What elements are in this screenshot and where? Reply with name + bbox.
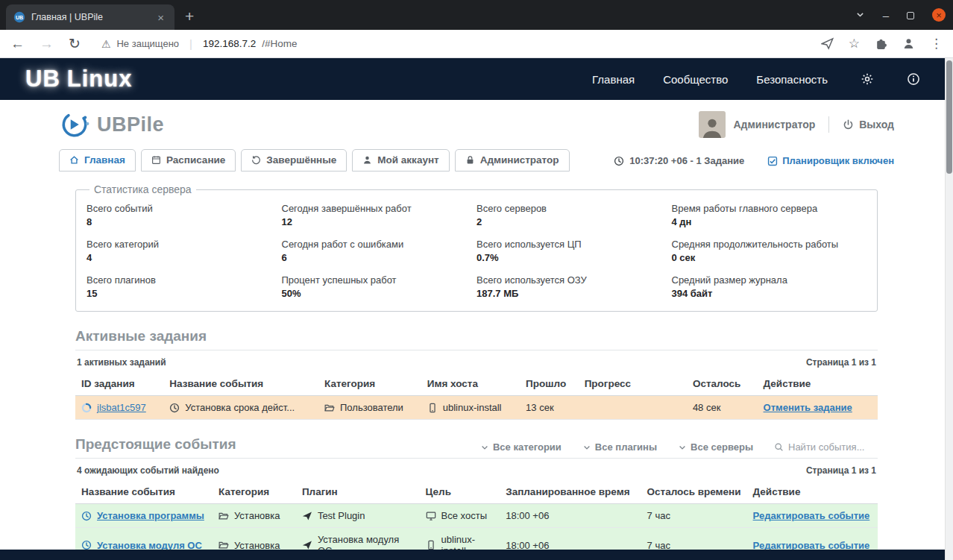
stat-label: Средний размер журнала xyxy=(672,274,867,286)
browser-menu-icon[interactable]: ⋮ xyxy=(930,37,943,50)
stat-value: 0 сек xyxy=(672,252,867,263)
filter-categories[interactable]: Все категории xyxy=(480,441,562,453)
omnibox-divider: | xyxy=(189,37,192,50)
power-icon xyxy=(843,119,854,130)
job-category: Пользователи xyxy=(340,402,403,413)
clock-icon xyxy=(81,540,92,550)
user-name-label[interactable]: Администратор xyxy=(733,119,815,130)
column-header: Название события xyxy=(163,371,318,396)
send-icon[interactable] xyxy=(821,37,834,50)
ubpile-brand[interactable]: UBPile xyxy=(59,109,164,140)
job-host: ublinux-install xyxy=(443,402,502,413)
window-close-button[interactable]: × xyxy=(932,8,946,22)
gear-icon[interactable] xyxy=(861,72,874,86)
window-minimize-button[interactable]: – xyxy=(883,10,889,21)
reload-button[interactable]: ↻ xyxy=(69,37,81,51)
stat-item: Процент успешных работ50% xyxy=(282,274,477,299)
nav-home-link[interactable]: Главная xyxy=(592,73,635,86)
site-nav: Главная Сообщество Безопасность xyxy=(592,72,920,86)
clock-icon xyxy=(81,511,92,521)
cancel-job-link[interactable]: Отменить задание xyxy=(764,402,852,413)
tab-schedule[interactable]: Расписание xyxy=(141,149,236,172)
clock-icon xyxy=(614,156,624,166)
svg-text:UB: UB xyxy=(16,15,23,20)
nav-community-link[interactable]: Сообщество xyxy=(663,73,728,86)
column-header: Категория xyxy=(213,479,296,504)
job-id-link[interactable]: jlsbat1c597 xyxy=(97,402,146,413)
tab-close-icon[interactable]: × xyxy=(154,10,167,25)
forward-button[interactable]: → xyxy=(40,37,54,51)
stat-label: Всего серверов xyxy=(476,203,672,214)
info-icon[interactable] xyxy=(907,72,920,86)
active-jobs-page: Страница 1 из 1 xyxy=(806,357,876,368)
stat-item: Всего серверов2 xyxy=(476,203,672,227)
tab-my-account[interactable]: Мой аккаунт xyxy=(352,149,449,172)
site-header: UB Linux Главная Сообщество Безопасность xyxy=(0,58,953,100)
address-bar[interactable]: ⚠ Не защищено | 192.168.7.2/#Home xyxy=(101,37,821,50)
clock-icon xyxy=(169,403,180,413)
window-controls: – × xyxy=(855,0,946,30)
table-header-row: Название события Категория Плагин Цель З… xyxy=(75,479,878,504)
url-host: 192.168.7.2 xyxy=(203,38,256,49)
stat-item: Всего событий8 xyxy=(87,203,282,227)
extensions-puzzle-icon[interactable] xyxy=(875,37,887,50)
event-name-link[interactable]: Установка программы xyxy=(97,510,204,521)
security-warning-icon: ⚠ xyxy=(101,38,111,50)
bookmark-star-icon[interactable]: ☆ xyxy=(849,37,860,50)
user-box: Администратор Выход xyxy=(699,111,894,138)
logo-linux-text: Linux xyxy=(67,66,133,92)
stat-item: Сегодня завершённых работ12 xyxy=(282,203,477,227)
stat-item: Всего категорий4 xyxy=(87,239,282,263)
scheduler-toggle[interactable]: Планировщик включен xyxy=(767,155,894,166)
upcoming-events-count: 4 ожидающих событий найдено xyxy=(77,465,219,476)
window-maximize-button[interactable] xyxy=(907,10,914,21)
stat-value: 2 xyxy=(476,216,672,227)
tab-administrator[interactable]: Администратор xyxy=(455,149,570,172)
column-header: Прошло xyxy=(520,371,579,396)
column-header: Осталось xyxy=(687,371,758,396)
back-button[interactable]: ← xyxy=(10,37,25,51)
upcoming-events-table: Название события Категория Плагин Цель З… xyxy=(75,479,878,560)
stat-value: 0.7% xyxy=(476,252,672,263)
stat-item: Сегодня работ с ошибками6 xyxy=(282,239,477,263)
search-input[interactable] xyxy=(788,441,878,453)
upcoming-events-section: Предстоящие события Все категории Все пл… xyxy=(75,436,878,560)
chevron-down-icon xyxy=(582,443,591,452)
column-header: Имя хоста xyxy=(421,371,520,396)
stats-grid: Всего событий8 Сегодня завершённых работ… xyxy=(87,203,866,299)
spinner-icon xyxy=(81,403,92,413)
avatar[interactable] xyxy=(699,111,726,138)
new-tab-button[interactable]: + xyxy=(185,8,194,24)
ublinux-logo[interactable]: UB Linux xyxy=(25,66,132,92)
job-remaining: 48 сек xyxy=(693,402,721,413)
main-content: Статистика сервера Всего событий8 Сегодн… xyxy=(75,183,878,560)
lock-icon xyxy=(465,155,475,165)
event-category: Установка xyxy=(234,510,280,521)
logo-ub-text: UB xyxy=(25,66,60,92)
column-header: Прогресс xyxy=(579,371,687,396)
browser-profile-icon[interactable] xyxy=(902,37,915,50)
event-filters: Все категории Все плагины Все серверы xyxy=(480,441,878,453)
filter-plugins-label: Все плагины xyxy=(595,441,657,453)
filter-servers[interactable]: Все серверы xyxy=(678,441,753,453)
filter-plugins[interactable]: Все плагины xyxy=(582,441,657,453)
url-path: /#Home xyxy=(262,38,297,49)
stat-item: Всего плагинов15 xyxy=(87,274,282,299)
tab-home[interactable]: Главная xyxy=(59,149,136,172)
browser-tab[interactable]: UB Главная | UBPile × xyxy=(6,4,174,30)
folder-icon xyxy=(324,403,335,413)
active-jobs-meta: 1 активных заданий Страница 1 из 1 xyxy=(75,350,878,370)
stat-label: Всего используется ЦП xyxy=(476,239,672,250)
user-separator xyxy=(828,116,829,133)
logout-button[interactable]: Выход xyxy=(843,119,894,130)
stat-item: Время работы главного сервера4 дн xyxy=(672,203,867,227)
edit-event-link[interactable]: Редактировать событие xyxy=(753,510,870,521)
scrollbar-thumb[interactable] xyxy=(946,60,952,174)
stat-label: Время работы главного сервера xyxy=(672,203,867,214)
nav-security-link[interactable]: Безопасность xyxy=(756,73,828,86)
tab-completed[interactable]: Завершённые xyxy=(241,149,347,172)
window-menu-chevron-icon[interactable] xyxy=(855,10,865,21)
stat-label: Всего плагинов xyxy=(87,274,282,286)
stat-value: 8 xyxy=(87,216,282,227)
page-scrollbar[interactable] xyxy=(945,58,953,560)
